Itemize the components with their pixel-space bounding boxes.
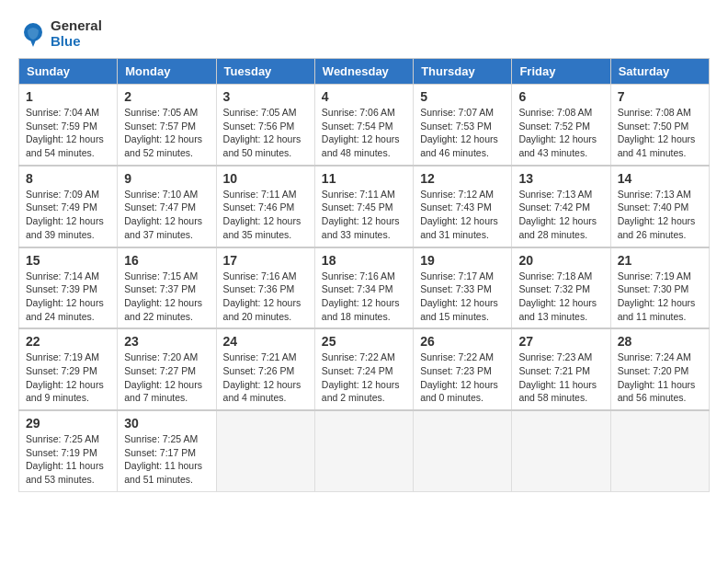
cell-info: Sunrise: 7:07 AMSunset: 7:53 PMDaylight:… [420,106,505,160]
calendar-cell: 26Sunrise: 7:22 AMSunset: 7:23 PMDayligh… [414,328,512,410]
calendar-cell: 28Sunrise: 7:24 AMSunset: 7:20 PMDayligh… [610,328,709,410]
calendar-cell: 12Sunrise: 7:12 AMSunset: 7:43 PMDayligh… [414,166,512,247]
weekday-header-sunday: Sunday [19,59,118,85]
calendar-cell: 11Sunrise: 7:11 AMSunset: 7:45 PMDayligh… [314,166,413,247]
day-number: 30 [124,416,209,431]
calendar-cell: 1Sunrise: 7:04 AMSunset: 7:59 PMDaylight… [19,85,118,166]
day-number: 3 [223,89,308,104]
weekday-header-tuesday: Tuesday [216,59,314,85]
day-number: 7 [618,89,702,104]
cell-info: Sunrise: 7:11 AMSunset: 7:45 PMDaylight:… [322,188,406,242]
cell-info: Sunrise: 7:12 AMSunset: 7:43 PMDaylight:… [420,188,505,242]
calendar-week-row: 15Sunrise: 7:14 AMSunset: 7:39 PMDayligh… [19,247,710,329]
day-number: 15 [26,253,110,268]
day-number: 19 [420,253,505,268]
calendar-cell: 21Sunrise: 7:19 AMSunset: 7:30 PMDayligh… [610,247,709,329]
cell-info: Sunrise: 7:25 AMSunset: 7:17 PMDaylight:… [124,432,209,487]
day-number: 23 [124,334,209,349]
calendar-cell: 17Sunrise: 7:16 AMSunset: 7:36 PMDayligh… [216,247,314,329]
weekday-header-monday: Monday [118,59,216,85]
calendar-week-row: 22Sunrise: 7:19 AMSunset: 7:29 PMDayligh… [19,328,710,410]
calendar-cell: 24Sunrise: 7:21 AMSunset: 7:26 PMDayligh… [216,328,314,410]
calendar-cell: 5Sunrise: 7:07 AMSunset: 7:53 PMDaylight… [414,85,512,166]
calendar-cell: 29Sunrise: 7:25 AMSunset: 7:19 PMDayligh… [19,410,118,491]
day-number: 14 [618,171,702,186]
day-number: 22 [26,334,110,349]
day-number: 13 [518,171,603,186]
calendar-week-row: 1Sunrise: 7:04 AMSunset: 7:59 PMDaylight… [19,85,710,166]
calendar-cell: 13Sunrise: 7:13 AMSunset: 7:42 PMDayligh… [512,166,610,247]
cell-info: Sunrise: 7:22 AMSunset: 7:24 PMDaylight:… [322,350,406,405]
weekday-header-saturday: Saturday [610,59,709,85]
day-number: 21 [618,253,702,268]
cell-info: Sunrise: 7:06 AMSunset: 7:54 PMDaylight:… [322,106,406,160]
cell-info: Sunrise: 7:25 AMSunset: 7:19 PMDaylight:… [26,432,110,487]
calendar-cell [512,410,610,491]
calendar-cell: 6Sunrise: 7:08 AMSunset: 7:52 PMDaylight… [512,85,610,166]
logo-blue: Blue [51,34,102,50]
calendar-cell: 7Sunrise: 7:08 AMSunset: 7:50 PMDaylight… [610,85,709,166]
cell-info: Sunrise: 7:19 AMSunset: 7:30 PMDaylight:… [618,270,702,324]
cell-info: Sunrise: 7:19 AMSunset: 7:29 PMDaylight:… [26,350,110,405]
logo-branding: General Blue [18,18,102,49]
day-number: 10 [223,171,308,186]
day-number: 6 [518,89,603,104]
calendar-cell: 18Sunrise: 7:16 AMSunset: 7:34 PMDayligh… [314,247,413,329]
day-number: 8 [26,171,110,186]
cell-info: Sunrise: 7:18 AMSunset: 7:32 PMDaylight:… [518,270,603,324]
day-number: 18 [322,253,406,268]
cell-info: Sunrise: 7:14 AMSunset: 7:39 PMDaylight:… [26,270,110,324]
logo-general: General [51,18,102,34]
day-number: 29 [26,416,110,431]
day-number: 28 [618,334,702,349]
calendar-cell: 27Sunrise: 7:23 AMSunset: 7:21 PMDayligh… [512,328,610,410]
calendar-cell: 22Sunrise: 7:19 AMSunset: 7:29 PMDayligh… [19,328,118,410]
calendar-cell: 14Sunrise: 7:13 AMSunset: 7:40 PMDayligh… [610,166,709,247]
page-header: General Blue [18,18,710,49]
calendar-cell: 3Sunrise: 7:05 AMSunset: 7:56 PMDaylight… [216,85,314,166]
calendar-cell [216,410,314,491]
cell-info: Sunrise: 7:15 AMSunset: 7:37 PMDaylight:… [124,270,209,324]
day-number: 11 [322,171,406,186]
cell-info: Sunrise: 7:16 AMSunset: 7:34 PMDaylight:… [322,270,406,324]
cell-info: Sunrise: 7:05 AMSunset: 7:56 PMDaylight:… [223,106,308,160]
day-number: 26 [420,334,505,349]
day-number: 12 [420,171,505,186]
calendar-cell [414,410,512,491]
calendar-cell: 30Sunrise: 7:25 AMSunset: 7:17 PMDayligh… [118,410,216,491]
cell-info: Sunrise: 7:21 AMSunset: 7:26 PMDaylight:… [223,350,308,405]
day-number: 17 [223,253,308,268]
cell-info: Sunrise: 7:23 AMSunset: 7:21 PMDaylight:… [518,350,603,405]
day-number: 1 [26,89,110,104]
calendar-table: SundayMondayTuesdayWednesdayThursdayFrid… [18,58,710,492]
calendar-cell: 16Sunrise: 7:15 AMSunset: 7:37 PMDayligh… [118,247,216,329]
cell-info: Sunrise: 7:05 AMSunset: 7:57 PMDaylight:… [124,106,209,160]
cell-info: Sunrise: 7:08 AMSunset: 7:50 PMDaylight:… [618,106,702,160]
calendar-cell: 8Sunrise: 7:09 AMSunset: 7:49 PMDaylight… [19,166,118,247]
cell-info: Sunrise: 7:10 AMSunset: 7:47 PMDaylight:… [124,188,209,242]
cell-info: Sunrise: 7:13 AMSunset: 7:40 PMDaylight:… [618,188,702,242]
day-number: 16 [124,253,209,268]
cell-info: Sunrise: 7:24 AMSunset: 7:20 PMDaylight:… [618,350,702,405]
cell-info: Sunrise: 7:11 AMSunset: 7:46 PMDaylight:… [223,188,308,242]
calendar-cell: 23Sunrise: 7:20 AMSunset: 7:27 PMDayligh… [118,328,216,410]
cell-info: Sunrise: 7:04 AMSunset: 7:59 PMDaylight:… [26,106,110,160]
day-number: 4 [322,89,406,104]
calendar-cell: 25Sunrise: 7:22 AMSunset: 7:24 PMDayligh… [314,328,413,410]
day-number: 20 [518,253,603,268]
logo-icon [18,19,48,49]
cell-info: Sunrise: 7:22 AMSunset: 7:23 PMDaylight:… [420,350,505,405]
calendar-cell: 2Sunrise: 7:05 AMSunset: 7:57 PMDaylight… [118,85,216,166]
day-number: 9 [124,171,209,186]
weekday-header-thursday: Thursday [414,59,512,85]
weekday-header-wednesday: Wednesday [314,59,413,85]
day-number: 5 [420,89,505,104]
cell-info: Sunrise: 7:16 AMSunset: 7:36 PMDaylight:… [223,270,308,324]
calendar-cell: 19Sunrise: 7:17 AMSunset: 7:33 PMDayligh… [414,247,512,329]
calendar-week-row: 8Sunrise: 7:09 AMSunset: 7:49 PMDaylight… [19,166,710,247]
calendar-cell: 20Sunrise: 7:18 AMSunset: 7:32 PMDayligh… [512,247,610,329]
day-number: 25 [322,334,406,349]
weekday-header-friday: Friday [512,59,610,85]
weekday-header-row: SundayMondayTuesdayWednesdayThursdayFrid… [19,59,710,85]
cell-info: Sunrise: 7:09 AMSunset: 7:49 PMDaylight:… [26,188,110,242]
